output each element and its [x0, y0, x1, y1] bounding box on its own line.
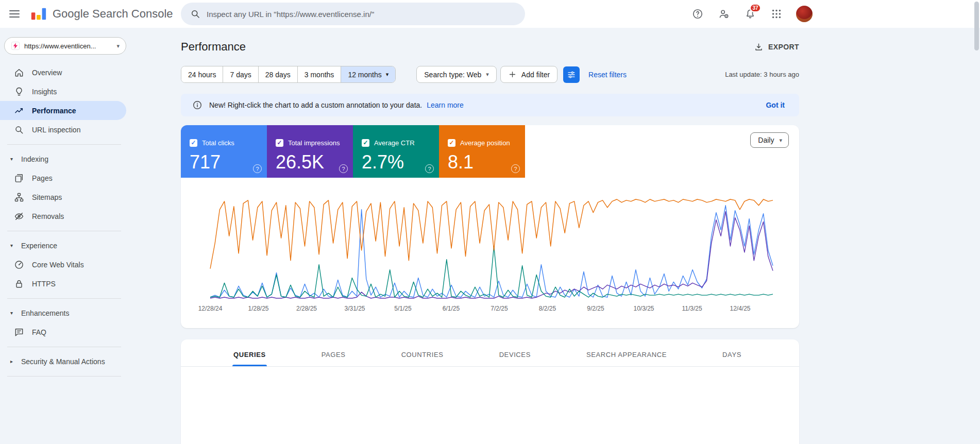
range-label: 28 days [265, 71, 291, 79]
app-logo[interactable]: Google Search Console [30, 0, 173, 28]
ctr-checkbox[interactable] [362, 139, 369, 147]
position-checkbox[interactable] [448, 139, 455, 147]
x-axis-label: 5/1/25 [394, 305, 411, 312]
lightbulb-icon [14, 87, 24, 97]
property-url: https://www.eventlicen... [24, 42, 112, 50]
filter-settings-button[interactable] [563, 66, 580, 83]
section-label: Security & Manual Actions [21, 357, 105, 366]
date-range-3-months[interactable]: 3 months [297, 66, 341, 82]
divider [7, 376, 121, 377]
user-settings-icon[interactable] [717, 7, 731, 21]
metric-card-total-impressions[interactable]: Total impressions 26.5K [267, 125, 353, 178]
metric-value: 8.1 [448, 151, 518, 173]
metric-label: Average position [460, 139, 510, 147]
reset-filters-link[interactable]: Reset filters [588, 71, 627, 79]
metric-card-average-position[interactable]: Average position 8.1 [439, 125, 525, 178]
sidebar-item-removals[interactable]: Removals [0, 207, 126, 226]
info-icon [192, 100, 202, 110]
sidebar-item-label: HTTPS [32, 280, 56, 288]
metric-label: Average CTR [374, 139, 415, 147]
search-icon [190, 9, 200, 19]
sidebar-item-core-web-vitals[interactable]: Core Web Vitals [0, 255, 126, 274]
section-caret-icon [10, 359, 16, 364]
filter-bar: 24 hours 7 days 28 days 3 months 12 mont… [181, 66, 799, 83]
tab-pages[interactable]: PAGES [320, 350, 347, 366]
account-avatar[interactable] [796, 6, 813, 22]
granularity-dropdown[interactable]: Daily [750, 132, 789, 148]
sidebar-item-label: Insights [32, 88, 57, 96]
chevron-down-icon [386, 72, 389, 77]
sidebar-item-label: URL inspection [32, 126, 80, 134]
sidebar-item-https[interactable]: HTTPS [0, 274, 126, 293]
metric-card-average-ctr[interactable]: Average CTR 2.7% [353, 125, 439, 178]
clicks-checkbox[interactable] [190, 139, 197, 147]
sidebar-item-label: Overview [32, 69, 62, 77]
section-enhancements[interactable]: Enhancements [0, 304, 126, 322]
sidebar-item-overview[interactable]: Overview [0, 63, 126, 82]
sidebar-item-url-inspection[interactable]: URL inspection [0, 120, 126, 139]
help-icon[interactable] [339, 164, 348, 173]
got-it-button[interactable]: Got it [759, 97, 791, 113]
property-selector[interactable]: https://www.eventlicen... [4, 37, 126, 55]
sidebar-item-faq[interactable]: FAQ [0, 322, 126, 341]
chart-area[interactable]: 12/28/241/28/252/28/253/31/255/1/256/1/2… [210, 192, 773, 314]
performance-trend-icon [14, 106, 24, 116]
annotation-banner: New! Right-click the chart to add a cust… [181, 94, 799, 116]
banner-text: New! Right-click the chart to add a cust… [209, 101, 422, 109]
x-axis-label: 2/28/25 [296, 305, 317, 312]
range-label: 24 hours [188, 71, 216, 79]
tab-countries[interactable]: COUNTRIES [400, 350, 445, 366]
chart-line-average-position [210, 199, 773, 269]
url-inspect-input[interactable] [207, 10, 516, 19]
date-range-24-hours[interactable]: 24 hours [181, 66, 223, 82]
export-button[interactable]: EXPORT [754, 42, 799, 52]
pages-icon [14, 173, 24, 183]
notifications-bell-icon[interactable]: 37 [744, 7, 757, 21]
sidebar-nav: Overview Insights Performance URL inspec… [0, 63, 144, 377]
section-caret-icon [10, 157, 16, 162]
section-experience[interactable]: Experience [0, 236, 126, 255]
sidebar-item-sitemaps[interactable]: Sitemaps [0, 187, 126, 207]
sidebar-item-label: Removals [32, 212, 64, 220]
metric-value: 26.5K [276, 151, 346, 173]
metric-card-total-clicks[interactable]: Total clicks 717 [181, 125, 267, 178]
tab-queries[interactable]: QUERIES [232, 350, 267, 366]
learn-more-link[interactable]: Learn more [427, 101, 464, 109]
help-icon[interactable] [511, 164, 520, 173]
checkmark-icon [449, 140, 454, 146]
apps-grid-icon[interactable] [770, 7, 783, 21]
sidebar-item-label: Core Web Vitals [32, 261, 84, 269]
help-icon[interactable] [253, 164, 262, 173]
tab-search-appearance[interactable]: SEARCH APPEARANCE [585, 350, 668, 366]
x-axis-label: 1/28/25 [248, 305, 268, 312]
granularity-label: Daily [758, 136, 774, 144]
add-filter-chip[interactable]: Add filter [500, 66, 557, 83]
page-scrollbar[interactable] [974, 2, 979, 50]
hamburger-menu-icon[interactable] [8, 8, 22, 20]
tab-devices[interactable]: DEVICES [498, 350, 532, 366]
help-icon[interactable] [691, 7, 704, 21]
range-label: 12 months [348, 71, 381, 79]
performance-line-chart[interactable] [210, 192, 773, 301]
search-type-chip[interactable]: Search type: Web [416, 66, 497, 83]
sidebar-item-performance[interactable]: Performance [0, 101, 126, 120]
sidebar-item-pages[interactable]: Pages [0, 168, 126, 187]
chart-line-average-ctr [210, 246, 773, 297]
x-axis-label: 10/3/25 [633, 305, 654, 312]
sidebar-item-insights[interactable]: Insights [0, 82, 126, 101]
date-range-28-days[interactable]: 28 days [258, 66, 297, 82]
chevron-down-icon [486, 72, 489, 77]
page-title: Performance [181, 40, 246, 54]
date-range-7-days[interactable]: 7 days [223, 66, 258, 82]
section-security-manual-actions[interactable]: Security & Manual Actions [0, 352, 126, 371]
checkmark-icon [363, 140, 368, 146]
chevron-down-icon [779, 138, 782, 143]
section-indexing[interactable]: Indexing [0, 150, 126, 168]
impressions-checkbox[interactable] [276, 139, 283, 147]
date-range-12-months[interactable]: 12 months [341, 66, 395, 82]
url-inspection-searchbar[interactable] [181, 3, 525, 25]
x-axis-label: 9/2/25 [587, 305, 604, 312]
help-icon[interactable] [425, 164, 434, 173]
section-label: Experience [21, 242, 57, 250]
tab-days[interactable]: DAYS [721, 350, 742, 366]
